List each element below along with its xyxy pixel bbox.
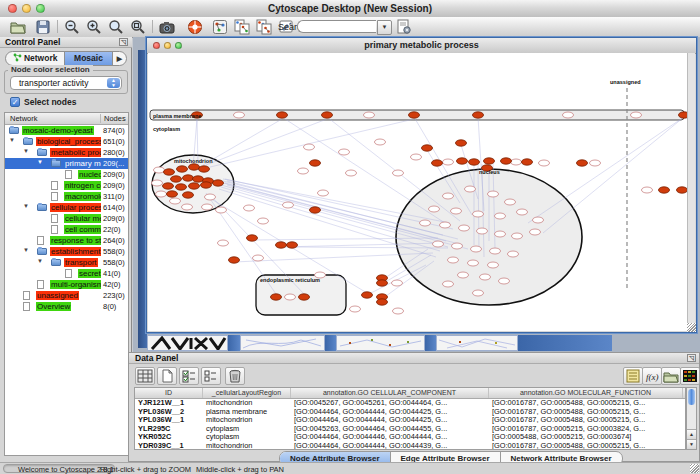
- expander-icon[interactable]: ▼: [9, 137, 15, 143]
- graph-node[interactable]: [318, 190, 329, 196]
- graph-node[interactable]: [393, 170, 404, 176]
- graph-node[interactable]: [473, 211, 484, 217]
- import-attribute-table-button[interactable]: [135, 367, 155, 385]
- graph-node-selected[interactable]: [457, 158, 468, 164]
- graph-node[interactable]: [339, 149, 350, 155]
- graph-node[interactable]: [495, 213, 506, 219]
- expander-icon[interactable]: ▼: [23, 203, 29, 209]
- scrollbar-thumb[interactable]: [688, 389, 695, 405]
- graph-node-selected[interactable]: [189, 164, 200, 170]
- graph-node[interactable]: [533, 217, 544, 223]
- graph-node-selected[interactable]: [501, 158, 512, 164]
- table-cell[interactable]: [GO:0044464, GO:0044446, GO:0044444, G..…: [291, 433, 489, 442]
- table-cell[interactable]: plasma membrane: [203, 408, 291, 417]
- table-cell[interactable]: YLR295C: [135, 425, 203, 434]
- graph-node-selected[interactable]: [201, 182, 212, 188]
- table-cell[interactable]: [GO:0016787, GO:0005488, GO:0005215, G..…: [489, 399, 683, 408]
- table-row[interactable]: YJR121W__1mitochondrion[GO:0045267, GO:0…: [135, 399, 685, 408]
- graph-node-selected[interactable]: [409, 112, 420, 118]
- function-builder-button[interactable]: f(x): [642, 367, 662, 385]
- tab-network[interactable]: Network: [6, 52, 64, 65]
- table-cell[interactable]: cytoplasm: [203, 433, 291, 442]
- graph-node-selected[interactable]: [299, 294, 310, 300]
- new-network-view-button[interactable]: [232, 18, 252, 36]
- graph-node[interactable]: [304, 144, 315, 150]
- graph-node-selected[interactable]: [469, 159, 480, 165]
- select-attributes-button[interactable]: [179, 367, 199, 385]
- graph-node[interactable]: [511, 159, 522, 165]
- graph-node[interactable]: [443, 193, 454, 199]
- background-window-fragment[interactable]: [425, 335, 436, 351]
- graph-node-selected[interactable]: [171, 176, 182, 182]
- graph-node-selected[interactable]: [310, 207, 321, 213]
- tree-column-network[interactable]: Network: [10, 114, 38, 123]
- table-cell[interactable]: YJR121W__1: [135, 399, 203, 408]
- graph-node-selected[interactable]: [229, 257, 240, 263]
- graph-node[interactable]: [234, 112, 245, 118]
- column-id[interactable]: ID: [135, 388, 203, 398]
- zoom-selected-button[interactable]: [106, 18, 126, 36]
- graph-node[interactable]: [443, 159, 454, 165]
- graph-node-selected[interactable]: [271, 294, 282, 300]
- heatmap-button[interactable]: [680, 367, 700, 385]
- graph-node[interactable]: [480, 274, 491, 280]
- graph-node[interactable]: [429, 206, 440, 212]
- background-window-fragment[interactable]: [240, 335, 325, 351]
- graph-node[interactable]: [440, 222, 451, 228]
- graph-node[interactable]: [244, 205, 255, 211]
- table-row[interactable]: YKR052Ccytoplasm[GO:0044464, GO:0044446,…: [135, 433, 685, 442]
- background-window-fragment[interactable]: [518, 335, 612, 351]
- graph-node[interactable]: [253, 255, 264, 261]
- graph-node[interactable]: [465, 186, 476, 192]
- tree-row[interactable]: ▼establishment of lo558(0): [5, 246, 128, 257]
- graph-node-selected[interactable]: [177, 166, 188, 172]
- graph-node[interactable]: [216, 207, 227, 213]
- graph-node[interactable]: [473, 290, 484, 296]
- tree-row[interactable]: secretion41(0): [5, 268, 128, 279]
- table-cell[interactable]: cytoplasm: [203, 425, 291, 434]
- tree-row[interactable]: cellular metabol209(0): [5, 213, 128, 224]
- tree-row[interactable]: cell communicat22(0): [5, 224, 128, 235]
- table-cell[interactable]: YPL036W__1: [135, 416, 203, 425]
- table-cell[interactable]: YPL036W__2: [135, 408, 203, 417]
- graph-node-selected[interactable]: [167, 191, 178, 197]
- search-settings-button[interactable]: [394, 18, 414, 36]
- graph-node[interactable]: [258, 218, 269, 224]
- table-row[interactable]: YPL036W__2plasma membrane[GO:0044464, GO…: [135, 408, 685, 417]
- graph-node[interactable]: [285, 294, 296, 300]
- graph-node-selected[interactable]: [183, 192, 194, 198]
- table-cell[interactable]: [GO:0016787, GO:0005488, GO:0005215, G..…: [489, 408, 683, 417]
- graph-node-selected[interactable]: [322, 112, 333, 118]
- search-dropdown-button[interactable]: ▼: [377, 20, 392, 35]
- attribute-editor-button[interactable]: [623, 367, 643, 385]
- save-session-button[interactable]: [33, 18, 53, 36]
- graph-node[interactable]: [152, 180, 163, 186]
- table-cell[interactable]: [GO:0044464, GO:0044444, GO:0044425, G..…: [291, 408, 489, 417]
- graph-node[interactable]: [154, 167, 165, 173]
- unselect-attributes-button[interactable]: [201, 367, 221, 385]
- search-input[interactable]: [297, 20, 376, 33]
- table-row[interactable]: YPL036W__1mitochondrion[GO:0044464, GO:0…: [135, 416, 685, 425]
- tab-overflow-arrow[interactable]: ▶: [113, 52, 126, 65]
- tree-row[interactable]: ▼biological_process651(0): [5, 136, 128, 147]
- table-row[interactable]: YDR039C__1mitochondrion[GO:0044464, GO:0…: [135, 442, 685, 450]
- background-window-fragment[interactable]: [336, 335, 425, 351]
- graph-node-selected[interactable]: [677, 187, 688, 193]
- graph-node-selected[interactable]: [247, 235, 258, 241]
- tree-row[interactable]: ▼cellular process614(0): [5, 202, 128, 213]
- table-cell[interactable]: [GO:0005488, GO:0005215, GO:0003674]: [489, 433, 683, 442]
- graph-node[interactable]: [459, 225, 470, 231]
- graph-node[interactable]: [563, 112, 574, 118]
- graph-node-selected[interactable]: [522, 159, 533, 165]
- scroll-down-button[interactable]: ▼: [687, 439, 696, 449]
- table-cell[interactable]: [GO:0045267, GO:0045261, GO:0044464, G..…: [291, 399, 489, 408]
- import-attribute-file-button[interactable]: [661, 367, 681, 385]
- new-attribute-button[interactable]: [157, 367, 177, 385]
- zoom-in-button[interactable]: [84, 18, 104, 36]
- tree-row[interactable]: nucleobase-209(0): [5, 169, 128, 180]
- tree-row[interactable]: ▼metabolic process280(0): [5, 147, 128, 158]
- color-attribute-combobox[interactable]: transporter activity ▲▼: [10, 76, 122, 90]
- delete-attribute-button[interactable]: [225, 367, 245, 385]
- table-vertical-scrollbar[interactable]: ▲ ▼: [686, 387, 697, 450]
- graph-node-selected[interactable]: [432, 160, 443, 166]
